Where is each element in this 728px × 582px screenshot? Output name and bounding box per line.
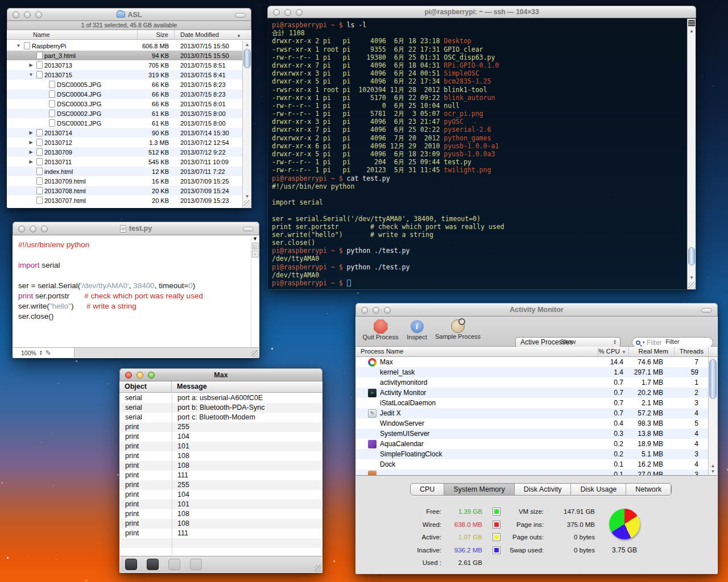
close-button[interactable] xyxy=(125,372,132,379)
console-row[interactable]: print 255 xyxy=(120,480,322,490)
finder-titlebar[interactable]: ASL xyxy=(7,8,251,21)
finder-file-row[interactable]: part_3.html 94 KB 2013/07/15 15:50 xyxy=(7,51,242,60)
toolbar-pill-button[interactable] xyxy=(235,13,246,18)
max-titlebar[interactable]: Max xyxy=(119,368,322,381)
activity-monitor-titlebar[interactable]: Activity Monitor xyxy=(355,303,718,317)
process-row[interactable]: 0.1 27.0 MB 3 xyxy=(356,469,708,475)
zoom-stepper-icon[interactable]: ▲▼ xyxy=(39,350,43,356)
process-row[interactable]: Activity Monitor 0.7 20.2 MB 2 xyxy=(356,388,708,398)
column-header-process-name[interactable]: Process Name xyxy=(356,347,598,356)
process-row[interactable]: WindowServer 0.4 98.3 MB 5 xyxy=(356,418,708,429)
scrollbar-thumb[interactable] xyxy=(243,49,251,68)
console-toolbar-button[interactable] xyxy=(125,559,137,570)
close-button[interactable] xyxy=(18,226,25,232)
finder-file-row[interactable]: 20130711 545 KB 2013/07/11 10:09 xyxy=(7,157,242,167)
scroll-down-icon[interactable]: ▼ xyxy=(709,469,717,474)
resize-grip[interactable] xyxy=(251,350,259,357)
column-header-message[interactable]: Message xyxy=(172,381,322,392)
zoom-control[interactable]: 100% ▲▼ ✎ xyxy=(13,348,75,357)
scrollbar-thumb[interactable] xyxy=(709,359,717,399)
process-row[interactable]: SystemUIServer 0.3 13.8 MB 4 xyxy=(356,429,708,439)
sample-process-button[interactable]: Sample Process xyxy=(431,319,485,340)
scrollbar-thumb[interactable] xyxy=(688,247,695,265)
disclosure-triangle-icon[interactable] xyxy=(27,63,35,68)
tab[interactable]: Network xyxy=(626,484,671,495)
finder-file-row[interactable]: 20130712 1.3 MB 2013/07/12 12:54 xyxy=(7,138,242,147)
editor-titlebar[interactable]: test.py xyxy=(13,222,259,235)
process-row[interactable]: iStatLocalDaemon 0.7 2.1 MB 3 xyxy=(356,398,708,408)
column-header-object[interactable]: Object xyxy=(119,381,172,392)
zoom-button[interactable] xyxy=(35,11,42,18)
disclosure-triangle-icon[interactable] xyxy=(27,130,35,135)
console-row[interactable]: print 108 xyxy=(120,519,322,529)
process-row[interactable]: AquaCalendar 0.2 18.9 MB 4 xyxy=(356,439,708,449)
zoom-button[interactable] xyxy=(384,307,391,314)
terminal-pages-icon[interactable] xyxy=(688,20,695,27)
resize-grip[interactable] xyxy=(243,200,251,207)
close-pane-icon[interactable]: × xyxy=(252,251,259,257)
process-row[interactable]: activitymonitord 0.7 1.7 MB 1 xyxy=(356,377,708,388)
resize-grip[interactable] xyxy=(688,282,696,289)
scroll-up-icon[interactable]: ▲ xyxy=(709,463,717,468)
inspect-button[interactable]: i Inspect xyxy=(404,319,430,340)
column-header-real-mem[interactable]: Real Mem xyxy=(629,347,675,356)
terminal-scrollbar[interactable]: ▲ ▼ xyxy=(687,19,696,289)
finder-file-row[interactable]: 20130709 512 KB 2013/07/12 9:22 xyxy=(7,147,242,157)
finder-file-row[interactable]: 20130708.html 20 KB 2013/07/09 15:24 xyxy=(7,186,242,196)
console-row[interactable]: print 101 xyxy=(120,500,322,509)
zoom-button[interactable] xyxy=(296,9,303,16)
finder-file-row[interactable]: 20130715 319 KB 2013/07/15 8:41 xyxy=(7,70,242,80)
toolbar-pill-button[interactable] xyxy=(701,308,712,313)
disclosure-triangle-icon[interactable] xyxy=(27,140,35,145)
finder-file-row[interactable]: RaspberryPi 606.8 MB 2013/07/15 15:50 xyxy=(7,41,242,51)
console-toolbar-button[interactable] xyxy=(190,559,202,570)
column-header-date[interactable]: Date Modified▼ xyxy=(175,30,251,39)
minimize-button[interactable] xyxy=(30,226,36,232)
minimize-button[interactable] xyxy=(373,307,379,314)
close-button[interactable] xyxy=(361,307,368,314)
process-row[interactable]: SimpleFloatingClock 0.2 5.1 MB 3 xyxy=(356,449,708,459)
console-toolbar-button[interactable] xyxy=(168,559,180,570)
scroll-up-icon[interactable]: ▲ xyxy=(243,42,251,47)
finder-file-row[interactable]: DSC00003.JPG 66 KB 2013/07/15 8:01 xyxy=(7,99,242,109)
finder-file-row[interactable]: 20130707.html 20 KB 2013/07/09 15:23 xyxy=(7,196,242,205)
finder-file-row[interactable]: index.html 12 KB 2013/07/11 7:22 xyxy=(7,167,242,176)
close-button[interactable] xyxy=(13,11,19,18)
console-row[interactable]: serial port a: usbserial-A600fC0E xyxy=(120,393,322,403)
split-view-icon[interactable]: ◱ xyxy=(252,243,259,250)
close-button[interactable] xyxy=(273,9,280,16)
process-row[interactable]: Dock 0.1 16.2 MB 4 xyxy=(356,459,708,469)
console-row[interactable]: print 111 xyxy=(120,529,322,538)
console-row[interactable]: print 104 xyxy=(120,432,322,442)
console-row[interactable]: print 101 xyxy=(120,442,322,451)
disclosure-triangle-icon[interactable] xyxy=(27,159,35,164)
finder-file-row[interactable]: DSC00004.JPG 66 KB 2013/07/15 8:23 xyxy=(7,89,242,99)
process-row[interactable]: kernel_task 1.4 297.1 MB 59 xyxy=(356,367,708,377)
disclosure-triangle-icon[interactable] xyxy=(27,72,35,77)
finder-scrollbar[interactable]: ▲ ▼ xyxy=(242,41,251,208)
column-header-threads[interactable]: Threads xyxy=(675,347,709,356)
column-header-size[interactable]: Size xyxy=(138,30,175,39)
terminal-titlebar[interactable]: pi@raspberrypi: ~ — ssh — 104×33 xyxy=(267,6,696,18)
console-row[interactable]: serial port b: Bluetooth-PDA-Sync xyxy=(120,403,322,413)
disclosure-triangle-icon[interactable] xyxy=(27,149,35,155)
finder-file-row[interactable]: DSC00002.JPG 61 KB 2013/07/15 8:00 xyxy=(7,109,242,118)
finder-file-row[interactable]: 20130713 705 KB 2013/07/15 8:51 xyxy=(7,60,242,70)
toolbar-pill-button[interactable] xyxy=(243,227,254,231)
console-toolbar-button[interactable] xyxy=(147,559,159,570)
column-header-cpu[interactable]: % CPU ▼ xyxy=(598,347,629,356)
edit-pencil-icon[interactable]: ✎ xyxy=(46,349,51,357)
console-row[interactable]: print 104 xyxy=(120,490,322,500)
process-row[interactable]: Jedit X 0.7 57.2 MB 4 xyxy=(356,408,708,418)
finder-file-row[interactable]: 20130714 90 KB 2013/07/14 15:30 xyxy=(7,128,242,138)
finder-file-row[interactable]: 20130709.html 16 KB 2013/07/09 15:25 xyxy=(7,176,242,186)
tab[interactable]: CPU xyxy=(411,484,444,495)
finder-file-row[interactable]: DSC00001.JPG 61 KB 2013/07/15 8:00 xyxy=(7,118,242,128)
scroll-up-icon[interactable]: ▲ xyxy=(688,28,696,34)
tab[interactable]: Disk Usage xyxy=(571,484,626,495)
console-row[interactable]: serial port c: Bluetooth-Modem xyxy=(120,413,322,422)
terminal-output[interactable]: pi@raspberrypi ~ $ ls -l 合計 1108 drwxr-x… xyxy=(268,19,687,289)
column-header-name[interactable]: Name xyxy=(7,30,138,39)
minimize-button[interactable] xyxy=(284,9,291,16)
minimize-button[interactable] xyxy=(24,11,31,18)
